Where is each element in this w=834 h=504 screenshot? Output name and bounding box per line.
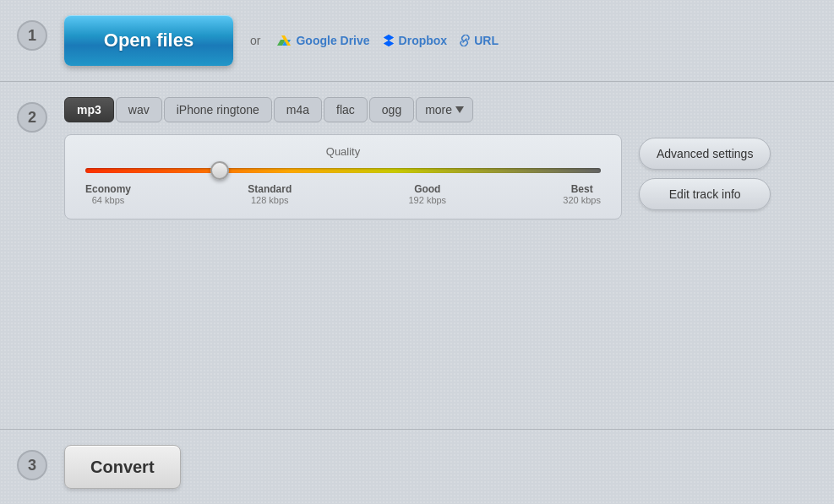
slider-mark-economy: Economy 64 kbps: [85, 183, 131, 205]
tab-wav[interactable]: wav: [116, 97, 162, 122]
mark-good-label: Good: [414, 183, 440, 195]
section-2: 2 mp3 wav iPhone ringtone m4a flac ogg m…: [0, 82, 834, 430]
tab-more[interactable]: more: [416, 97, 473, 122]
quality-panel: Quality Economy 64 kbps Standard 128 kbp…: [64, 134, 622, 219]
dropbox-link[interactable]: Dropbox: [382, 34, 448, 47]
edit-track-info-button[interactable]: Edit track info: [639, 178, 771, 210]
section-3: 3 Convert: [0, 430, 834, 504]
slider-thumb[interactable]: [210, 161, 229, 180]
slider-container[interactable]: [82, 168, 604, 173]
cloud-links: Google Drive Dropbox URL: [277, 34, 498, 47]
format-tabs: mp3 wav iPhone ringtone m4a flac ogg mor…: [64, 97, 817, 122]
tab-mp3[interactable]: mp3: [64, 97, 114, 122]
google-drive-icon: [277, 34, 292, 47]
slider-mark-best: Best 320 kbps: [563, 183, 601, 205]
section-2-content: mp3 wav iPhone ringtone m4a flac ogg mor…: [64, 97, 817, 219]
slider-mark-good: Good 192 kbps: [408, 183, 446, 205]
slider-track: [85, 168, 601, 173]
svg-marker-5: [384, 41, 394, 46]
svg-marker-6: [455, 106, 464, 113]
section-1: 1 Open files or Google Drive Dropbox: [0, 0, 834, 82]
svg-marker-4: [384, 35, 394, 41]
right-buttons: Advanced settings Edit track info: [639, 138, 771, 210]
slider-mark-standard: Standard 128 kbps: [248, 183, 292, 205]
url-icon: [459, 35, 471, 46]
mark-economy-value: 64 kbps: [92, 195, 125, 205]
google-drive-link[interactable]: Google Drive: [277, 34, 369, 47]
slider-marks: Economy 64 kbps Standard 128 kbps Good 1…: [82, 183, 604, 205]
step-3-circle: 3: [17, 450, 47, 480]
quality-label: Quality: [82, 145, 604, 158]
mark-best-value: 320 kbps: [563, 195, 601, 205]
dropbox-icon: [382, 34, 395, 47]
mark-good-value: 192 kbps: [408, 195, 446, 205]
tab-iphone-ringtone[interactable]: iPhone ringtone: [164, 97, 272, 122]
mark-standard-label: Standard: [248, 183, 292, 195]
step-1-circle: 1: [17, 20, 47, 51]
convert-button[interactable]: Convert: [64, 445, 181, 489]
quality-panel-wrapper: Quality Economy 64 kbps Standard 128 kbp…: [64, 134, 817, 219]
open-files-button[interactable]: Open files: [64, 15, 233, 66]
tab-ogg[interactable]: ogg: [369, 97, 414, 122]
advanced-settings-button[interactable]: Advanced settings: [639, 138, 771, 170]
mark-best-label: Best: [571, 183, 593, 195]
mark-economy-label: Economy: [85, 183, 131, 195]
tab-flac[interactable]: flac: [324, 97, 368, 122]
step-2-circle: 2: [17, 102, 47, 133]
more-label: more: [425, 103, 452, 117]
mark-standard-value: 128 kbps: [251, 195, 289, 205]
chevron-down-icon: [455, 106, 464, 113]
or-text: or: [250, 34, 260, 47]
url-link[interactable]: URL: [459, 34, 499, 47]
tab-m4a[interactable]: m4a: [274, 97, 322, 122]
